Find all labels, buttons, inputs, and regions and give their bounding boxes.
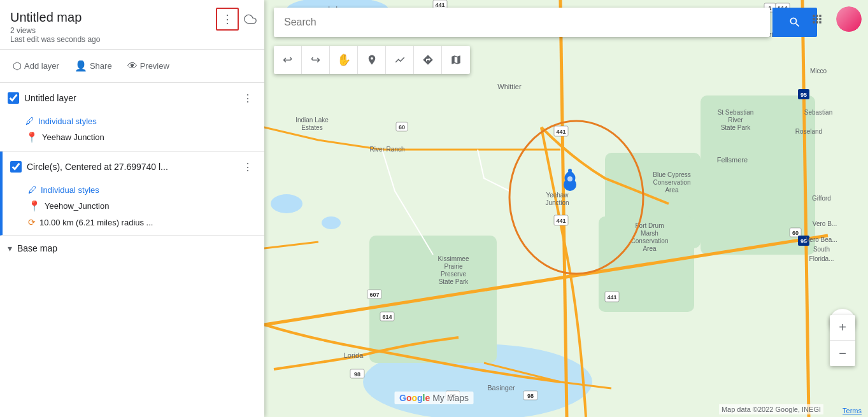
preview-button[interactable]: 👁 Preview (122, 57, 174, 76)
layer-header-2: Circle(s), Centered at 27.699740 l... ⋮ (3, 152, 264, 182)
layer-1-style-item[interactable]: 🖊 Individual styles (25, 113, 257, 129)
layer-section-2: Circle(s), Centered at 27.699740 l... ⋮ … (0, 152, 264, 236)
svg-text:Yeehaw: Yeehaw (546, 192, 569, 199)
svg-text:60: 60 (792, 230, 799, 236)
cloud-save-button[interactable] (241, 10, 259, 28)
layer-2-style-label: Individual styles (41, 185, 99, 195)
measure-button[interactable] (442, 46, 470, 74)
undo-button[interactable]: ↩ (274, 46, 302, 74)
svg-text:State Park: State Park (721, 124, 751, 131)
svg-text:441: 441 (556, 129, 566, 135)
more-options-button[interactable]: ⋮ (216, 8, 239, 31)
svg-text:River Ranch: River Ranch (369, 146, 404, 153)
google-g2-letter: g (417, 393, 423, 403)
drawing-toolbar: ↩ ↪ ✋ (274, 46, 470, 74)
svg-text:River: River (728, 117, 743, 124)
svg-text:Area: Area (665, 187, 679, 194)
svg-text:State Park: State Park (439, 278, 469, 285)
pan-button[interactable]: ✋ (330, 46, 358, 74)
preview-label: Preview (140, 61, 169, 71)
layer-2-style-item[interactable]: 🖊 Individual styles (28, 182, 257, 197)
layer-1-checkbox[interactable] (8, 92, 19, 104)
google-o2-letter: o (411, 393, 417, 403)
svg-text:441: 441 (607, 294, 616, 300)
pin-icon-1: 📍 (25, 131, 38, 143)
layer-header-1: Untitled layer ⋮ (0, 83, 264, 113)
search-container (274, 8, 817, 37)
svg-text:Junction: Junction (545, 199, 569, 206)
zoom-out-button[interactable]: − (830, 341, 855, 366)
svg-text:Basinger: Basinger (487, 384, 515, 392)
svg-point-96 (567, 176, 573, 181)
svg-text:Kissimmee: Kissimmee (438, 255, 469, 262)
svg-text:Indian Lake: Indian Lake (295, 117, 329, 124)
svg-point-2 (271, 194, 302, 213)
svg-text:Marsh: Marsh (641, 230, 658, 237)
layer-2-location-label-0: Yeehow_Junction (45, 201, 109, 211)
share-button[interactable]: 👤 Share (69, 56, 117, 76)
svg-text:441: 441 (556, 218, 566, 224)
style-icon-1: 🖊 (25, 116, 34, 126)
share-label: Share (90, 61, 112, 71)
svg-text:Roseland: Roseland (795, 128, 822, 135)
svg-text:Area: Area (643, 245, 657, 252)
layer-1-style-label: Individual styles (38, 117, 97, 126)
add-layer-button[interactable]: ⬡ Add layer (8, 56, 64, 76)
svg-text:614: 614 (382, 314, 392, 320)
layers-toolbar: ⬡ Add layer 👤 Share 👁 Preview (0, 50, 264, 83)
share-icon: 👤 (75, 60, 87, 72)
svg-text:Vero Bea...: Vero Bea... (806, 236, 837, 243)
layer-2-menu-button[interactable]: ⋮ (239, 158, 257, 176)
svg-text:Conservation: Conservation (631, 237, 669, 244)
svg-text:St Sebastian: St Sebastian (718, 109, 754, 116)
layer-1-location-0[interactable]: 📍 Yeehaw Junction (25, 129, 257, 146)
svg-text:Sebastian: Sebastian (804, 109, 832, 116)
layer-2-radius-0: ⟳ 10.00 km (6.21 miles) radius ... (28, 215, 257, 230)
svg-text:Blue Cypress: Blue Cypress (653, 171, 690, 178)
svg-text:South: South (813, 246, 830, 253)
svg-text:98: 98 (527, 393, 534, 399)
add-marker-button[interactable] (358, 46, 386, 74)
svg-text:Fellsmere: Fellsmere (717, 156, 748, 164)
layer-section-1: Untitled layer ⋮ 🖊 Individual styles 📍 Y… (0, 83, 264, 152)
base-map-section[interactable]: ▾ Base map (0, 236, 264, 261)
draw-route-button[interactable] (414, 46, 442, 74)
zoom-controls: + − (830, 315, 855, 366)
preview-icon: 👁 (127, 60, 138, 72)
svg-text:Prairie: Prairie (445, 263, 463, 270)
layer-2-location-0[interactable]: 📍 Yeehow_Junction (28, 197, 257, 215)
search-input[interactable] (274, 8, 770, 37)
svg-text:60: 60 (399, 124, 405, 131)
layer-1-location-label-0: Yeehaw Junction (42, 132, 104, 142)
radius-icon: ⟳ (28, 217, 36, 227)
layer-2-radius-label-0: 10.00 km (6.21 miles) radius ... (39, 218, 153, 227)
svg-text:Vero B...: Vero B... (813, 220, 837, 227)
svg-text:Lorida: Lorida (344, 351, 364, 359)
google-apps-button[interactable] (804, 6, 830, 32)
layer-2-items: 🖊 Individual styles 📍 Yeehow_Junction ⟳ … (3, 182, 264, 235)
base-map-chevron-icon: ▾ (8, 243, 12, 253)
google-g-letter: G (399, 393, 406, 403)
svg-text:Conservation: Conservation (653, 179, 691, 186)
terms-link[interactable]: Terms (843, 407, 862, 414)
google-my-maps-logo: Google My Maps (394, 392, 474, 404)
draw-line-button[interactable] (386, 46, 414, 74)
pin-icon-2: 📍 (28, 200, 41, 212)
add-layer-icon: ⬡ (13, 60, 22, 72)
svg-text:95: 95 (800, 92, 807, 98)
svg-text:607: 607 (369, 292, 379, 298)
map-attribution: Map data ©2022 Google, INEGI (719, 404, 823, 414)
sidebar: Untitled map 2 views Last edit was secon… (0, 0, 264, 417)
redo-button[interactable]: ↪ (302, 46, 330, 74)
svg-point-3 (322, 216, 341, 229)
avatar-image (836, 6, 862, 32)
layer-1-menu-button[interactable]: ⋮ (239, 89, 257, 107)
layer-2-checkbox[interactable] (10, 161, 22, 173)
avatar[interactable] (836, 6, 862, 32)
svg-text:Estates: Estates (301, 124, 322, 131)
zoom-in-button[interactable]: + (830, 315, 855, 341)
map-header: Untitled map 2 views Last edit was secon… (0, 0, 264, 50)
map-last-edit: Last edit was seconds ago (10, 35, 254, 44)
layer-1-title: Untitled layer (24, 93, 234, 103)
base-map-label: Base map (17, 243, 57, 253)
